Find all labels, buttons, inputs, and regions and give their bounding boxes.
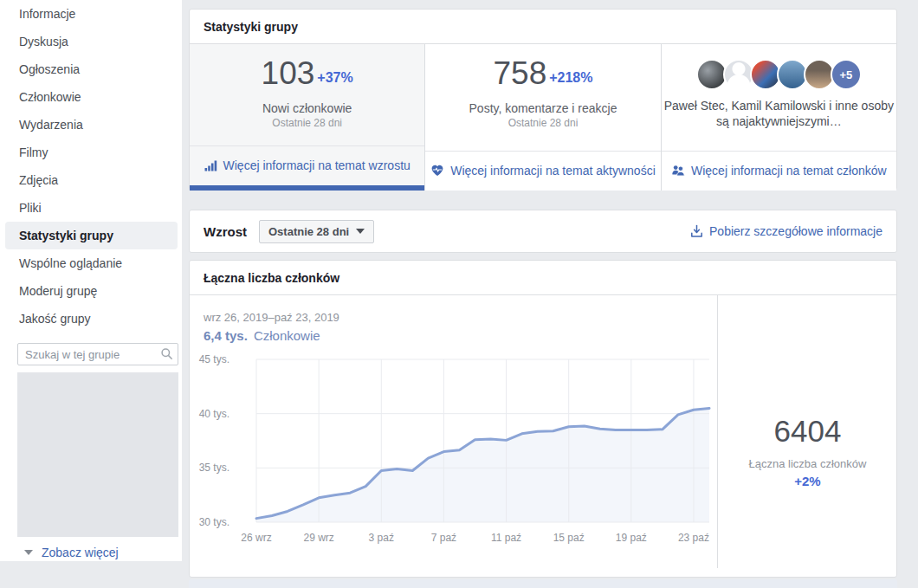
svg-text:11 paź: 11 paź xyxy=(491,532,521,544)
sidebar-item-czlonkowie[interactable]: Członkowie xyxy=(0,83,182,111)
sidebar-menu: Informacje Dyskusja Ogłoszenia Członkowi… xyxy=(0,0,182,333)
sidebar-item-wspolne-ogladanie[interactable]: Wspólne oglądanie xyxy=(0,249,182,277)
members-chart-svg: 30 tys.35 tys.40 tys.45 tys.26 wrz29 wrz… xyxy=(190,349,717,550)
chart-legend: 6,4 tys.Członkowie xyxy=(204,328,320,343)
top-members-avatars: +5 xyxy=(696,59,862,90)
more-members-badge[interactable]: +5 xyxy=(831,59,862,90)
sidebar-item-moderuj-grupe[interactable]: Moderuj grupę xyxy=(0,277,182,305)
svg-text:35 tys.: 35 tys. xyxy=(199,462,230,474)
total-members-label: Łączna liczba członków xyxy=(749,457,867,470)
legend-label: Członkowie xyxy=(254,328,320,343)
date-range-dropdown[interactable]: Ostatnie 28 dni xyxy=(259,220,374,243)
legend-value: 6,4 tys. xyxy=(204,328,248,343)
growth-filter-card: Wzrost Ostatnie 28 dni Pobierz szczegóło… xyxy=(189,210,897,253)
new-members-delta: +37% xyxy=(317,70,352,86)
caret-down-icon xyxy=(24,550,33,555)
sidebar-item-statystyki-grupy[interactable]: Statystyki grupy xyxy=(5,222,178,249)
sidebar-item-zdjecia[interactable]: Zdjęcia xyxy=(0,166,182,194)
sidebar-item-pliki[interactable]: Pliki xyxy=(0,194,182,222)
sidebar-item-jakosc-grupy[interactable]: Jakość grupy xyxy=(0,305,182,333)
svg-text:3 paź: 3 paź xyxy=(369,532,394,544)
see-more-link[interactable]: Zobacz więcej xyxy=(24,546,119,559)
see-more-label: Zobacz więcej xyxy=(42,546,119,559)
svg-text:26 wrz: 26 wrz xyxy=(241,532,271,544)
next-section-sliver xyxy=(189,579,897,588)
total-members-card: Łączna liczba członków wrz 26, 2019–paź … xyxy=(189,260,897,578)
top-members-text: Paweł Stec, Kamil Kamilowski i inne osob… xyxy=(662,98,895,129)
activity-details-link[interactable]: Więcej informacji na temat aktywności xyxy=(425,151,660,191)
overview-card-title: Statystyki grupy xyxy=(190,10,896,44)
new-members-label: Nowi członkowie xyxy=(262,101,352,115)
activity-delta: +218% xyxy=(549,70,592,86)
download-icon xyxy=(690,224,703,238)
new-members-period: Ostatnie 28 dni xyxy=(272,117,342,129)
sidebar-item-informacje[interactable]: Informacje xyxy=(0,0,182,28)
members-chart: 30 tys.35 tys.40 tys.45 tys.26 wrz29 wrz… xyxy=(190,349,717,550)
heart-pulse-icon xyxy=(430,164,444,177)
sidebar-image-placeholder xyxy=(17,372,178,537)
sidebar-item-filmy[interactable]: Filmy xyxy=(0,139,182,166)
tab-growth[interactable]: 103 +37% Nowi członkowie Ostatnie 28 dni… xyxy=(190,44,424,191)
growth-details-link[interactable]: Więcej informacji na temat wzrostu xyxy=(190,145,424,191)
members-details-link[interactable]: Więcej informacji na temat członków xyxy=(662,151,896,191)
search-box xyxy=(17,343,178,365)
svg-text:40 tys.: 40 tys. xyxy=(199,408,230,420)
search-icon xyxy=(160,347,173,360)
svg-text:29 wrz: 29 wrz xyxy=(303,532,333,544)
download-details-link[interactable]: Pobierz szczegółowe informacje xyxy=(690,224,882,238)
svg-text:23 paź: 23 paź xyxy=(678,532,709,544)
sidebar-item-ogloszenia[interactable]: Ogłoszenia xyxy=(0,55,182,83)
sidebar-item-dyskusja[interactable]: Dyskusja xyxy=(0,28,182,55)
svg-text:45 tys.: 45 tys. xyxy=(199,353,230,365)
people-icon xyxy=(671,164,685,177)
sidebar: Informacje Dyskusja Ogłoszenia Członkowi… xyxy=(0,0,182,561)
overview-tabs: 103 +37% Nowi członkowie Ostatnie 28 dni… xyxy=(190,44,896,191)
new-members-value: 103 xyxy=(262,56,315,91)
group-insights-screen: Informacje Dyskusja Ogłoszenia Członkowi… xyxy=(0,0,918,588)
growth-section-title: Wzrost xyxy=(204,224,247,239)
svg-text:30 tys.: 30 tys. xyxy=(199,516,230,528)
chart-summary-panel: 6404 Łączna liczba członków +2% xyxy=(717,295,897,568)
activity-period: Ostatnie 28 dni xyxy=(508,117,579,129)
activity-value: 758 xyxy=(493,56,546,91)
total-members-delta: +2% xyxy=(794,474,820,488)
svg-text:15 paź: 15 paź xyxy=(553,532,585,544)
sidebar-item-wydarzenia[interactable]: Wydarzenia xyxy=(0,111,182,139)
svg-text:19 paź: 19 paź xyxy=(616,532,647,544)
activity-label: Posty, komentarze i reakcje xyxy=(469,101,617,115)
bar-chart-icon xyxy=(204,159,217,171)
total-members-card-title: Łączna liczba członków xyxy=(190,261,896,295)
overview-card: Statystyki grupy 103 +37% Nowi członkowi… xyxy=(189,9,897,191)
total-members-value: 6404 xyxy=(774,414,842,449)
tab-activity[interactable]: 758 +218% Posty, komentarze i reakcje Os… xyxy=(424,44,660,191)
search-input[interactable] xyxy=(17,343,178,365)
tab-members[interactable]: +5 Paweł Stec, Kamil Kamilowski i inne o… xyxy=(661,44,896,191)
caret-down-icon xyxy=(356,229,365,234)
svg-text:7 paź: 7 paź xyxy=(431,532,456,544)
chart-date-range: wrz 26, 2019–paź 23, 2019 xyxy=(204,311,339,324)
